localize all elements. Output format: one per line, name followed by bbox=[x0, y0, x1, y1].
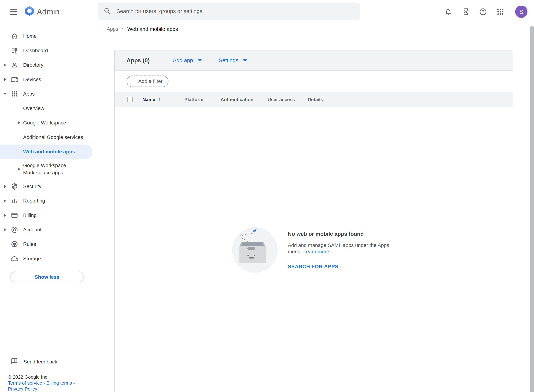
terms-of-service-link[interactable]: Terms of service bbox=[8, 380, 42, 386]
sidebar-item-rules[interactable]: Rules bbox=[0, 237, 94, 252]
show-less-button[interactable]: Show less bbox=[10, 271, 84, 283]
pending-tasks-hourglass-icon[interactable] bbox=[462, 8, 470, 16]
google-admin-console: Admin S bbox=[0, 0, 534, 392]
google-apps-grid-icon[interactable] bbox=[496, 8, 504, 16]
sidebar-item-storage[interactable]: Storage bbox=[0, 252, 94, 266]
add-app-dropdown[interactable]: Add app bbox=[173, 57, 202, 63]
feedback-icon bbox=[11, 358, 18, 366]
sidebar-item-reporting[interactable]: Reporting bbox=[0, 194, 94, 208]
sidebar-item-additional-google-services[interactable]: Additional Google services bbox=[0, 130, 94, 145]
help-icon[interactable] bbox=[479, 8, 487, 16]
devices-icon bbox=[11, 76, 18, 83]
sidebar-item-label: Google Workspace bbox=[23, 120, 66, 126]
empty-box-illustration bbox=[232, 227, 278, 273]
sidebar-item-label: Account bbox=[23, 227, 41, 233]
vertical-scrollbar[interactable] bbox=[530, 26, 534, 392]
breadcrumb: Apps › Web and mobile apps bbox=[96, 23, 534, 35]
breadcrumb-chevron-icon: › bbox=[122, 25, 124, 32]
search-for-apps-link[interactable]: SEARCH FOR APPS bbox=[288, 264, 400, 270]
breadcrumb-current-page: Web and mobile apps bbox=[127, 26, 178, 32]
account-avatar[interactable]: S bbox=[515, 6, 528, 18]
expand-arrow-icon[interactable] bbox=[3, 199, 8, 202]
filter-bar: + Add a filter bbox=[115, 71, 513, 92]
sidebar-item-label: Security bbox=[23, 183, 41, 189]
expand-arrow-icon[interactable] bbox=[3, 185, 8, 188]
copyright-text: © 2022 Google Inc. bbox=[8, 374, 87, 380]
sidebar-item-devices[interactable]: Devices bbox=[0, 72, 94, 87]
breadcrumb-apps-link[interactable]: Apps bbox=[107, 26, 118, 32]
column-header-name[interactable]: Name ↑ bbox=[142, 97, 184, 103]
notifications-bell-icon[interactable] bbox=[444, 8, 452, 16]
empty-state-text: No web or mobile apps found Add and mana… bbox=[288, 227, 400, 273]
sidebar-item-label: Rules bbox=[23, 241, 36, 247]
top-bar-actions: S bbox=[444, 0, 528, 23]
expand-arrow-icon[interactable] bbox=[17, 121, 22, 125]
sidebar-footer: Send feedback © 2022 Google Inc. Terms o… bbox=[0, 351, 94, 392]
sidebar-item-overview[interactable]: Overview bbox=[0, 101, 94, 116]
add-filter-button[interactable]: + Add a filter bbox=[127, 75, 169, 87]
sidebar-item-billing[interactable]: Billing bbox=[0, 208, 94, 223]
bar-chart-icon bbox=[11, 197, 18, 205]
send-feedback-button[interactable]: Send feedback bbox=[0, 355, 94, 369]
column-header-user-access[interactable]: User access bbox=[268, 97, 308, 103]
wheel-icon bbox=[11, 241, 18, 248]
top-bar: Admin S bbox=[0, 0, 534, 23]
sidebar-item-label: Dashboard bbox=[23, 48, 48, 53]
expand-arrow-icon[interactable] bbox=[3, 78, 8, 81]
billing-terms-link[interactable]: Billing terms bbox=[46, 380, 72, 386]
empty-state: No web or mobile apps found Add and mana… bbox=[232, 227, 400, 273]
column-header-authentication[interactable]: Authentication bbox=[221, 97, 268, 103]
apps-grid-icon bbox=[11, 90, 18, 98]
settings-dropdown[interactable]: Settings bbox=[219, 57, 247, 63]
sidebar-item-account[interactable]: Account bbox=[0, 223, 94, 237]
column-header-details[interactable]: Details bbox=[308, 97, 323, 103]
shield-icon bbox=[11, 183, 18, 190]
expand-arrow-icon[interactable] bbox=[17, 168, 22, 171]
sidebar-item-google-workspace[interactable]: Google Workspace bbox=[0, 116, 94, 130]
send-feedback-label: Send feedback bbox=[24, 359, 57, 365]
sidebar-item-directory[interactable]: Directory bbox=[0, 58, 94, 72]
privacy-policy-link[interactable]: Privacy Policy bbox=[8, 386, 37, 392]
cloud-icon bbox=[11, 255, 18, 262]
sidebar-item-label: Storage bbox=[23, 256, 41, 261]
sidebar-item-apps[interactable]: Apps bbox=[0, 87, 94, 101]
google-admin-logo[interactable]: Admin bbox=[25, 6, 59, 18]
expand-arrow-icon[interactable] bbox=[3, 214, 8, 217]
dropdown-arrow-icon bbox=[198, 59, 202, 61]
select-all-checkbox[interactable] bbox=[127, 97, 133, 103]
column-header-platform[interactable]: Platform bbox=[184, 97, 221, 103]
search-icon bbox=[103, 7, 111, 15]
page-title: Apps (0) bbox=[127, 57, 150, 64]
search-input[interactable] bbox=[116, 8, 354, 14]
learn-more-link[interactable]: Learn more bbox=[303, 249, 329, 254]
search-bar[interactable] bbox=[98, 3, 360, 20]
sidebar-item-label: Apps bbox=[23, 91, 35, 97]
at-sign-icon bbox=[11, 226, 18, 233]
sidebar-item-label: Overview bbox=[23, 106, 44, 111]
expand-arrow-icon[interactable] bbox=[3, 228, 8, 231]
sidebar-item-label: Home bbox=[23, 33, 37, 39]
expand-arrow-icon[interactable] bbox=[3, 63, 8, 67]
empty-state-description: Add and manage SAML apps under the Apps … bbox=[288, 242, 395, 255]
sidebar-nav: Home Dashboard Directory bbox=[0, 23, 94, 392]
sidebar-item-dashboard[interactable]: Dashboard bbox=[0, 43, 94, 58]
sidebar-item-security[interactable]: Security bbox=[0, 179, 94, 194]
sidebar-item-label: Web and mobile apps bbox=[23, 149, 75, 155]
collapse-arrow-icon[interactable] bbox=[3, 93, 8, 95]
sort-ascending-icon: ↑ bbox=[158, 97, 161, 103]
sidebar-item-google-workspace-marketplace-apps[interactable]: Google Workspace Marketplace apps bbox=[0, 159, 94, 179]
sidebar-item-label: Devices bbox=[23, 77, 41, 82]
menu-icon[interactable] bbox=[5, 4, 21, 20]
sidebar-item-label: Additional Google services bbox=[23, 134, 83, 140]
table-header-row: Name ↑ Platform Authentication User acce… bbox=[115, 92, 513, 107]
card-header: Apps (0) Add app Settings bbox=[115, 50, 513, 71]
plus-icon: + bbox=[131, 77, 135, 85]
sidebar-item-label: Directory bbox=[23, 62, 43, 68]
dashboard-icon bbox=[11, 47, 18, 54]
admin-hexagon-logo-icon bbox=[25, 6, 34, 18]
home-icon bbox=[11, 33, 18, 40]
sidebar-item-label: Billing bbox=[23, 212, 37, 218]
sidebar-item-home[interactable]: Home bbox=[0, 29, 94, 43]
credit-card-icon bbox=[11, 212, 18, 219]
sidebar-item-web-and-mobile-apps[interactable]: Web and mobile apps bbox=[0, 145, 93, 159]
